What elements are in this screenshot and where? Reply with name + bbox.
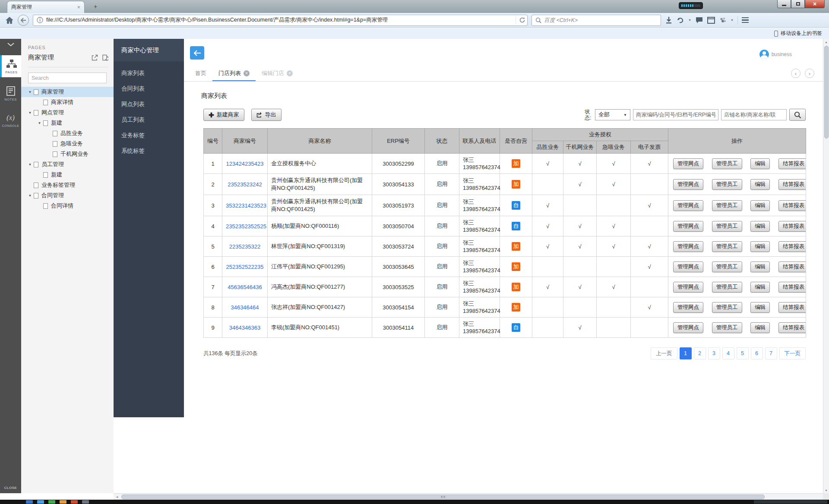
edit-button[interactable]: 编辑 bbox=[750, 221, 770, 232]
vertical-scrollbar[interactable]: ▲ ▼ bbox=[823, 39, 829, 493]
new-merchant-button[interactable]: ✚ 新建商家 bbox=[203, 109, 244, 121]
plugin-icon[interactable] bbox=[719, 17, 727, 24]
tree-item[interactable]: 商家详情 bbox=[21, 97, 114, 107]
export-button[interactable]: 导出 bbox=[251, 109, 282, 121]
horizontal-scrollbar[interactable]: ◄ bbox=[114, 493, 823, 500]
side-nav-item[interactable]: 系统标签 bbox=[114, 143, 184, 159]
minimize-button[interactable] bbox=[777, 0, 791, 8]
tree-expand-arrow-icon[interactable]: ▼ bbox=[26, 90, 34, 94]
merchant-no-link[interactable]: 3532231423523 bbox=[226, 202, 266, 209]
edit-button[interactable]: 编辑 bbox=[750, 261, 770, 272]
side-nav-item[interactable]: 员工列表 bbox=[114, 112, 184, 128]
collapse-chevron-icon[interactable] bbox=[0, 39, 21, 50]
browser-search-box[interactable] bbox=[532, 15, 661, 26]
manage-staff-button[interactable]: 管理员工 bbox=[712, 221, 742, 232]
status-select[interactable]: 全部 ▼ bbox=[595, 109, 630, 120]
tree-item[interactable]: ▼新建 bbox=[21, 118, 114, 128]
manage-staff-button[interactable]: 管理员工 bbox=[712, 241, 742, 252]
browser-tab[interactable]: 商家管理 × bbox=[7, 1, 85, 13]
manage-outlets-button[interactable]: 管理网点 bbox=[673, 261, 703, 272]
mobile-bookmarks-label[interactable]: 移动设备上的书签 bbox=[781, 30, 822, 37]
plugin-dropdown-caret-icon[interactable]: ▼ bbox=[731, 19, 734, 22]
system-tray[interactable] bbox=[754, 500, 827, 504]
tab-close-icon[interactable]: × bbox=[77, 4, 80, 10]
manage-staff-button[interactable]: 管理员工 bbox=[712, 322, 742, 333]
side-nav-item[interactable]: 合同列表 bbox=[114, 81, 184, 97]
manage-staff-button[interactable]: 管理员工 bbox=[712, 302, 742, 313]
settlement-report-button[interactable]: 结算报表 bbox=[778, 282, 806, 293]
shop-name-input[interactable] bbox=[721, 109, 787, 120]
edit-button[interactable]: 编辑 bbox=[750, 282, 770, 293]
edit-button[interactable]: 编辑 bbox=[750, 179, 770, 190]
workspace-tab[interactable]: 编辑门店× bbox=[256, 66, 299, 81]
restore-button[interactable] bbox=[791, 0, 805, 8]
vertical-scroll-thumb[interactable] bbox=[824, 46, 829, 139]
tree-item[interactable]: ▼网点管理 bbox=[21, 107, 114, 118]
manage-staff-button[interactable]: 管理员工 bbox=[712, 200, 742, 211]
page-settings-icon[interactable] bbox=[102, 54, 108, 61]
home-icon[interactable] bbox=[5, 16, 14, 24]
windows-taskbar[interactable] bbox=[0, 500, 829, 504]
manage-outlets-button[interactable]: 管理网点 bbox=[673, 282, 703, 293]
rail-item-pages[interactable]: PAGES bbox=[0, 55, 21, 77]
taskbar-icon[interactable] bbox=[48, 500, 55, 504]
tree-item[interactable]: 合同详情 bbox=[21, 201, 114, 211]
manage-outlets-button[interactable]: 管理网点 bbox=[673, 322, 703, 333]
tree-expand-arrow-icon[interactable]: ▼ bbox=[26, 111, 34, 115]
settlement-report-button[interactable]: 结算报表 bbox=[778, 241, 806, 252]
url-bar[interactable] bbox=[33, 15, 528, 26]
manage-outlets-button[interactable]: 管理网点 bbox=[673, 302, 703, 313]
manage-outlets-button[interactable]: 管理网点 bbox=[673, 158, 703, 169]
page-number-button[interactable]: 1 bbox=[680, 347, 692, 359]
workspace-tab[interactable]: 门店列表× bbox=[212, 66, 256, 81]
next-page-button[interactable]: 下一页 bbox=[779, 347, 806, 359]
tabs-scroll-left-icon[interactable]: ‹ bbox=[791, 69, 801, 78]
back-icon[interactable] bbox=[18, 15, 29, 26]
reload-icon[interactable] bbox=[519, 17, 525, 23]
url-input[interactable] bbox=[46, 17, 513, 23]
browser-search-input[interactable] bbox=[544, 17, 657, 23]
page-number-button[interactable]: 2 bbox=[694, 347, 706, 359]
side-nav-item[interactable]: 商家列表 bbox=[114, 66, 184, 81]
pages-search-input[interactable] bbox=[28, 72, 107, 83]
page-number-button[interactable]: 6 bbox=[751, 347, 763, 359]
menu-icon[interactable] bbox=[742, 17, 749, 23]
settlement-report-button[interactable]: 结算报表 bbox=[778, 221, 806, 232]
scroll-down-icon[interactable]: ▼ bbox=[823, 487, 829, 493]
workspace-tab[interactable]: 首页 bbox=[189, 66, 212, 81]
page-number-button[interactable]: 7 bbox=[765, 347, 777, 359]
back-button[interactable] bbox=[190, 46, 204, 60]
tree-item[interactable]: ▼商家管理 bbox=[21, 87, 114, 97]
tree-item[interactable]: 业务标签管理 bbox=[21, 180, 114, 190]
merchant-no-link[interactable]: 123424235423 bbox=[226, 161, 264, 167]
taskbar-icon[interactable] bbox=[26, 500, 33, 504]
side-nav-item[interactable]: 业务标签 bbox=[114, 128, 184, 143]
rail-item-notes[interactable]: NOTES bbox=[0, 82, 21, 104]
close-button[interactable]: × bbox=[805, 0, 825, 8]
tree-item[interactable]: 急喵业务 bbox=[21, 139, 114, 149]
tree-expand-arrow-icon[interactable]: ▼ bbox=[26, 163, 34, 167]
search-button[interactable] bbox=[789, 109, 806, 121]
tree-item[interactable]: 品胜业务 bbox=[21, 128, 114, 139]
manage-staff-button[interactable]: 管理员工 bbox=[712, 179, 742, 190]
merchant-no-link[interactable]: 3464346363 bbox=[229, 324, 260, 331]
history-dropdown-caret-icon[interactable]: ▼ bbox=[688, 19, 691, 22]
merchant-no-link[interactable]: 23523523242 bbox=[228, 181, 262, 188]
window-icon[interactable] bbox=[707, 17, 715, 24]
edit-button[interactable]: 编辑 bbox=[750, 158, 770, 169]
horizontal-scroll-thumb[interactable] bbox=[121, 495, 765, 499]
settlement-report-button[interactable]: 结算报表 bbox=[778, 158, 806, 169]
tree-expand-arrow-icon[interactable]: ▼ bbox=[36, 121, 43, 125]
rail-close-button[interactable]: CLOSE bbox=[0, 486, 21, 490]
settlement-report-button[interactable]: 结算报表 bbox=[778, 261, 806, 272]
rail-item-console[interactable]: (x) CONSOLE bbox=[0, 110, 21, 131]
manage-staff-button[interactable]: 管理员工 bbox=[712, 261, 742, 272]
tab-close-icon[interactable]: × bbox=[287, 70, 293, 76]
manage-staff-button[interactable]: 管理员工 bbox=[712, 158, 742, 169]
page-number-button[interactable]: 3 bbox=[708, 347, 720, 359]
tree-item[interactable]: 千机网业务 bbox=[21, 149, 114, 159]
tree-expand-arrow-icon[interactable]: ▼ bbox=[26, 194, 34, 198]
side-nav-item[interactable]: 网点列表 bbox=[114, 97, 184, 112]
taskbar-icon[interactable] bbox=[60, 500, 66, 504]
export-page-icon[interactable] bbox=[92, 54, 98, 61]
